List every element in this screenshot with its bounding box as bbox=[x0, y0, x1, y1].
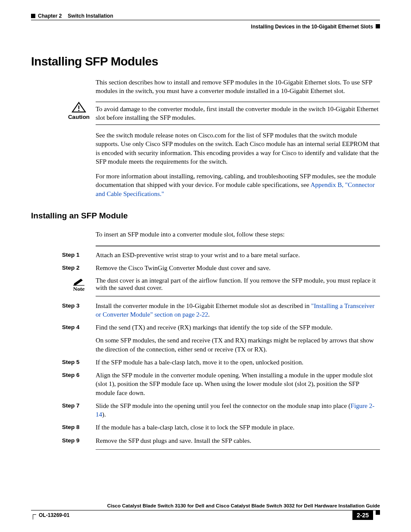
step-label: Step 6 bbox=[62, 371, 96, 397]
step-label: Step 5 bbox=[62, 358, 96, 367]
note-callout: Note The dust cover is an integral part … bbox=[62, 277, 380, 296]
header-square-icon bbox=[376, 24, 380, 28]
heading-2: Installing an SFP Module bbox=[31, 211, 380, 221]
step-text: Remove the SFP dust plugs and save. Inst… bbox=[96, 436, 380, 445]
caution-label: Caution bbox=[62, 114, 96, 120]
footer-square-icon bbox=[376, 510, 380, 515]
section-title-right: Installing Devices in the 10-Gigabit Eth… bbox=[251, 24, 373, 30]
page: Chapter 2 Switch Installation Installing… bbox=[0, 0, 411, 532]
step-2: Step 2 Remove the Cisco TwinGig Converte… bbox=[62, 264, 380, 272]
step-9: Step 9 Remove the SFP dust plugs and sav… bbox=[62, 436, 380, 445]
footer-tick-icon bbox=[33, 514, 36, 520]
running-subheader: Installing Devices in the 10-Gigabit Eth… bbox=[31, 24, 380, 30]
step-text: Install the converter module in the 10-G… bbox=[96, 302, 380, 319]
step-text: Align the SFP module in the converter mo… bbox=[96, 371, 380, 397]
step-6: Step 6 Align the SFP module in the conve… bbox=[62, 371, 380, 397]
procedure-steps: Step 1 Attach an ESD-preventive wrist st… bbox=[62, 246, 380, 450]
svg-point-1 bbox=[78, 110, 80, 111]
body-paragraph: For more information about installing, r… bbox=[96, 172, 380, 198]
step-label: Step 4 bbox=[62, 323, 96, 354]
rule bbox=[96, 246, 380, 246]
step-text: Slide the SFP module into the opening un… bbox=[96, 401, 380, 419]
header-square-icon bbox=[31, 14, 35, 18]
step-text: Find the send (TX) and receive (RX) mark… bbox=[96, 323, 380, 354]
note-text: The dust cover is an integral part of th… bbox=[96, 277, 380, 296]
step-text: Remove the Cisco TwinGig Converter Modul… bbox=[96, 264, 380, 272]
rule bbox=[96, 449, 380, 450]
step-text: If the SFP module has a bale-clasp latch… bbox=[96, 358, 380, 367]
step-text: Attach an ESD-preventive wrist strap to … bbox=[96, 251, 380, 259]
caution-text: To avoid damage to the converter module,… bbox=[96, 102, 380, 125]
chapter-title: Switch Installation bbox=[68, 13, 113, 19]
step-label: Step 3 bbox=[62, 302, 96, 319]
intro-paragraph: This section describes how to install an… bbox=[96, 78, 380, 96]
step-label: Step 7 bbox=[62, 401, 96, 419]
footer-doc-id: OL-13269-01 bbox=[31, 510, 69, 520]
step-5: Step 5 If the SFP module has a bale-clas… bbox=[62, 358, 380, 367]
step-7: Step 7 Slide the SFP module into the ope… bbox=[62, 401, 380, 419]
note-pencil-icon bbox=[62, 277, 96, 286]
procedure-intro: To insert an SFP module into a converter… bbox=[96, 230, 380, 239]
caution-callout: Caution To avoid damage to the converter… bbox=[31, 102, 380, 125]
heading-1: Installing SFP Modules bbox=[31, 55, 380, 68]
page-footer: Cisco Catalyst Blade Switch 3130 for Del… bbox=[31, 503, 380, 520]
step-8: Step 8 If the module has a bale-clasp la… bbox=[62, 423, 380, 432]
note-label: Note bbox=[62, 286, 96, 292]
step-3: Step 3 Install the converter module in t… bbox=[62, 302, 380, 319]
step-label: Step 8 bbox=[62, 423, 96, 432]
footer-book-title: Cisco Catalyst Blade Switch 3130 for Del… bbox=[31, 503, 380, 510]
step-label: Step 1 bbox=[62, 251, 96, 259]
chapter-label: Chapter 2 bbox=[38, 13, 62, 19]
step-4: Step 4 Find the send (TX) and receive (R… bbox=[62, 323, 380, 354]
step-1: Step 1 Attach an ESD-preventive wrist st… bbox=[62, 251, 380, 259]
caution-icon bbox=[62, 102, 96, 113]
running-header: Chapter 2 Switch Installation bbox=[31, 13, 380, 20]
step-label: Step 2 bbox=[62, 264, 96, 272]
page-number: 2-25 bbox=[352, 510, 373, 520]
step-label: Step 9 bbox=[62, 436, 96, 445]
step-text: If the module has a bale-clasp latch, cl… bbox=[96, 423, 380, 432]
body-paragraph: See the switch module release notes on C… bbox=[96, 131, 380, 166]
